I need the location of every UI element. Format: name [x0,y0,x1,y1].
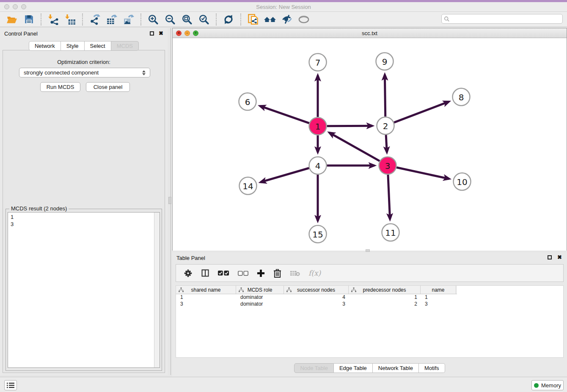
cell-shared-name[interactable]: 1 [176,294,236,301]
table-row[interactable]: 1 dominator 4 1 1 [176,294,563,301]
hierarchy-icon [179,287,184,292]
horizontal-splitter-handle[interactable] [366,249,370,252]
column-header-successor-nodes[interactable]: successor nodes [284,286,349,294]
zoom-selected-button[interactable] [195,13,212,26]
export-image-icon [123,14,134,25]
tab-network-table[interactable]: Network Table [373,363,419,373]
unselect-all-columns-button[interactable] [238,271,248,276]
import-table-button[interactable] [62,13,79,26]
close-panel-button[interactable]: Close panel [86,82,130,92]
graph-node-label-2: 2 [383,121,388,131]
tab-network[interactable]: Network [29,41,61,51]
select-all-columns-button[interactable] [218,270,229,276]
delete-table-icon [290,270,300,276]
delete-table-button[interactable] [290,270,300,276]
close-window-button[interactable] [4,4,9,9]
function-builder-button[interactable]: f(x) [308,269,321,277]
graph-edge-3-10[interactable] [396,168,449,179]
clone-network-button[interactable] [245,13,261,26]
graph-edge-3-11[interactable] [388,174,390,219]
close-table-panel-icon[interactable]: ✖ [557,254,562,260]
table-panel-header: Table Panel ✖ [172,252,567,264]
tab-motifs[interactable]: Motifs [419,363,445,373]
show-column-button[interactable] [201,269,209,277]
network-canvas[interactable]: 7968124314101511 [173,38,567,251]
import-network-button[interactable] [45,13,62,26]
export-table-button[interactable] [103,13,120,26]
graph-edge-2-9[interactable] [385,75,385,116]
cell-mcds-role[interactable]: dominator [236,301,284,308]
graph-edge-4-14[interactable] [261,168,309,182]
vertical-splitter-handle[interactable] [168,197,171,204]
column-header-predecessor-nodes[interactable]: predecessor nodes [349,286,421,294]
task-history-button[interactable] [4,380,17,390]
zoom-out-button[interactable] [162,13,179,26]
mcds-result-list[interactable]: 1 3 [8,212,160,368]
column-header-mcds-role[interactable]: MCDS role [236,286,284,294]
eye-slash-icon [281,14,293,25]
minimize-window-button[interactable] [13,4,18,9]
optimization-criterion-select[interactable]: strongly connected component [19,68,150,77]
open-session-button[interactable] [3,13,20,26]
create-column-button[interactable] [257,269,265,277]
zoom-in-icon [148,14,159,25]
application-window: Session: New Session [0,0,567,392]
tab-mcds[interactable]: MCDS [111,41,139,51]
maximize-window-button[interactable] [21,4,26,9]
column-header-name[interactable]: name [421,286,456,294]
memory-button-label: Memory [541,382,561,389]
memory-button[interactable]: Memory [531,380,564,390]
table-row[interactable]: 3 dominator 3 2 3 [176,301,563,308]
graph-node-label-6: 6 [245,97,250,107]
run-mcds-button[interactable]: Run MCDS [40,82,80,92]
graph-node-label-9: 9 [382,57,388,67]
graph-edge-2-8[interactable] [394,102,449,122]
graph-edge-3-1[interactable] [329,133,380,161]
table-settings-button[interactable] [184,269,193,278]
table-toolbar: f(x) [176,264,564,282]
zoom-selected-icon [198,14,209,25]
tab-style[interactable]: Style [61,41,85,51]
first-neighbors-button[interactable] [261,13,278,26]
close-panel-icon[interactable]: ✖ [159,30,163,36]
search-input[interactable] [450,15,562,23]
show-graphics-details-button[interactable] [295,13,312,26]
import-network-icon [48,14,59,25]
column-header-shared-name[interactable]: shared name [176,286,236,294]
graph-node-label-11: 11 [385,228,396,238]
cell-mcds-role[interactable]: dominator [236,294,284,301]
cell-predecessor-nodes[interactable]: 2 [349,301,421,308]
zoom-in-button[interactable] [145,13,162,26]
export-network-button[interactable] [86,13,103,26]
zoom-fit-button[interactable] [179,13,195,26]
open-folder-icon [6,14,17,25]
tab-select[interactable]: Select [85,41,111,51]
tab-node-table[interactable]: Node Table [294,363,334,373]
cell-shared-name[interactable]: 3 [176,301,236,308]
cell-successor-nodes[interactable]: 3 [284,301,349,308]
table-panel: Table Panel ✖ [172,252,567,377]
node-table: shared name MCDS role successor nodes pr… [176,285,564,358]
tab-edge-table[interactable]: Edge Table [334,363,373,373]
graph-edge-1-2[interactable] [327,126,372,126]
cell-name[interactable]: 1 [421,294,456,301]
cell-name[interactable]: 3 [421,301,456,308]
graph-node-label-15: 15 [312,229,323,240]
cell-successor-nodes[interactable]: 4 [284,294,349,301]
float-panel-icon[interactable] [150,31,154,36]
hide-graphics-details-button[interactable] [278,13,295,26]
toolbar-separator [140,14,141,25]
network-view-window: ✕ − + scc.txt 7968124314101511 [172,28,567,251]
graph-edge-2-3[interactable] [386,135,387,152]
search-icon [444,16,450,22]
export-image-button[interactable] [120,13,137,26]
float-table-panel-icon[interactable] [548,255,552,259]
network-window-titlebar[interactable]: ✕ − + scc.txt [173,28,567,38]
result-scrollbar[interactable] [154,213,160,367]
control-panel: Control Panel ✖ Network Style Select MCD… [0,28,168,375]
refresh-layout-button[interactable] [220,13,237,26]
delete-columns-button[interactable] [273,269,281,278]
graph-edge-1-6[interactable] [260,106,309,123]
cell-predecessor-nodes[interactable]: 1 [349,294,421,301]
save-session-button[interactable] [20,13,37,26]
